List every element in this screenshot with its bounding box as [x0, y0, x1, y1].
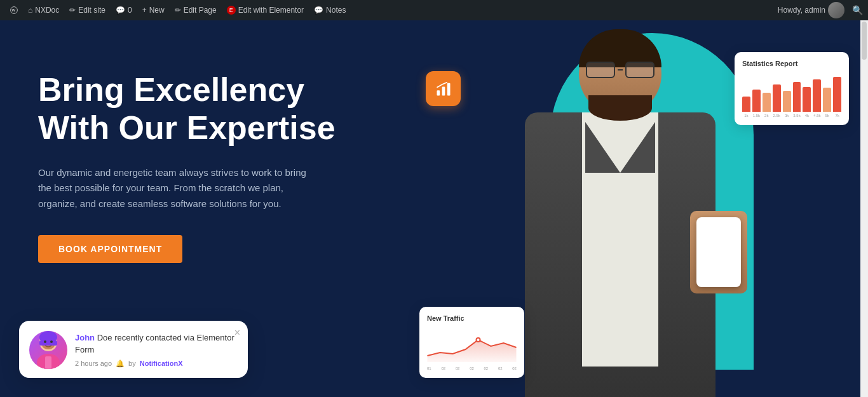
notif-by-text: by [128, 360, 136, 367]
bar-label: 5k [823, 114, 831, 118]
bar-item [763, 93, 771, 112]
svg-point-6 [477, 339, 480, 341]
scrollbar-thumb[interactable] [862, 22, 867, 60]
chart-bar-icon [435, 80, 452, 98]
scrollbar[interactable] [860, 20, 868, 397]
notes[interactable]: 💬 Notes [309, 0, 351, 20]
book-appointment-button[interactable]: BOOK APPOINTMENT [38, 235, 182, 263]
admin-bar: W ⌂ NXDoc ✏ Edit site 💬 0 + New ✏ Edit P… [0, 0, 868, 20]
edit-site-icon: ✏ [69, 6, 76, 15]
traffic-card-title: New Traffic [427, 314, 517, 322]
new-button[interactable]: + New [137, 0, 170, 20]
edit-with-elementor[interactable]: E Edit with Elementor [222, 0, 309, 20]
comments[interactable]: 💬 0 [111, 0, 137, 20]
svg-rect-10 [39, 340, 57, 346]
site-icon: ⌂ [28, 6, 32, 15]
edit-page-icon: ✏ [175, 6, 181, 15]
comments-icon: 💬 [116, 6, 125, 15]
bar-label: 7k [833, 114, 841, 118]
bar-item [803, 87, 811, 112]
bar-label: 4.5k [813, 114, 821, 118]
bar-item [742, 97, 750, 112]
admin-avatar[interactable] [828, 2, 844, 18]
bar-item [752, 90, 761, 112]
bar-chart [742, 74, 841, 112]
svg-rect-14 [45, 356, 51, 369]
edit-page[interactable]: ✏ Edit Page [170, 0, 222, 20]
svg-rect-4 [447, 83, 450, 95]
bar-item [833, 77, 841, 112]
notif-time: 2 hours ago [75, 360, 112, 367]
stats-card: Statistics Report 1k1.5k2k2.5k3k3.5k4k4.… [735, 52, 849, 125]
hero-description: Our dynamic and energetic team always st… [38, 165, 311, 212]
notif-meta: 2 hours ago 🔔 by NotificationX [75, 360, 238, 368]
notes-icon: 💬 [314, 6, 323, 15]
bar-label: 2.5k [773, 114, 781, 118]
site-name[interactable]: ⌂ NXDoc [23, 0, 64, 20]
notif-name: John [75, 333, 95, 342]
notification-popup: John Doe recently contacted via Elemento… [19, 321, 248, 378]
stats-card-title: Statistics Report [742, 60, 841, 67]
bar-label: 1.5k [752, 114, 761, 118]
bar-item [793, 82, 801, 112]
hero-left: Bring Excellency With Our Expertise Our … [38, 71, 381, 263]
search-icon[interactable]: 🔍 [852, 5, 863, 15]
howdy-text: Howdy, admin [778, 6, 825, 15]
bar-label: 4k [803, 114, 811, 118]
notif-text: John Doe recently contacted via Elemento… [75, 332, 238, 355]
notif-brand: NotificationX [140, 360, 183, 367]
bar-label: 1k [742, 114, 750, 118]
bar-item [823, 88, 831, 112]
main-content: Bring Excellency With Our Expertise Our … [0, 20, 868, 397]
notif-content: John Doe recently contacted via Elemento… [75, 332, 238, 367]
wp-logo[interactable]: W [5, 1, 23, 19]
svg-point-11 [44, 340, 46, 343]
notif-avatar [29, 331, 67, 369]
bar-label: 3.5k [793, 114, 801, 118]
notif-by: 🔔 [116, 360, 125, 368]
bar-label: 2k [763, 114, 771, 118]
svg-rect-3 [442, 86, 445, 95]
bar-item [783, 91, 791, 112]
bar-label: 3k [783, 114, 791, 118]
admin-bar-right: Howdy, admin 🔍 [778, 2, 863, 18]
svg-text:W: W [11, 8, 15, 12]
bar-item [813, 79, 821, 112]
avatar-illustration [32, 331, 64, 369]
hero-title: Bring Excellency With Our Expertise [38, 71, 381, 147]
bar-chart-labels: 1k1.5k2k2.5k3k3.5k4k4.5k5k7k [742, 114, 841, 118]
bar-item [773, 84, 781, 112]
traffic-chart-labels: 01 02 02 02 02 02 02 [427, 367, 517, 370]
elementor-icon: E [227, 6, 236, 15]
plus-icon: + [142, 6, 147, 15]
notif-message: Doe recently contacted via Elementor For… [75, 333, 234, 354]
svg-point-12 [50, 340, 53, 343]
svg-rect-2 [437, 90, 440, 95]
traffic-line-chart [427, 327, 517, 362]
orange-badge [426, 71, 461, 106]
edit-site[interactable]: ✏ Edit site [64, 0, 111, 20]
traffic-card: New Traffic 01 02 02 02 02 02 02 [419, 307, 524, 378]
notification-close-button[interactable]: × [234, 327, 240, 339]
